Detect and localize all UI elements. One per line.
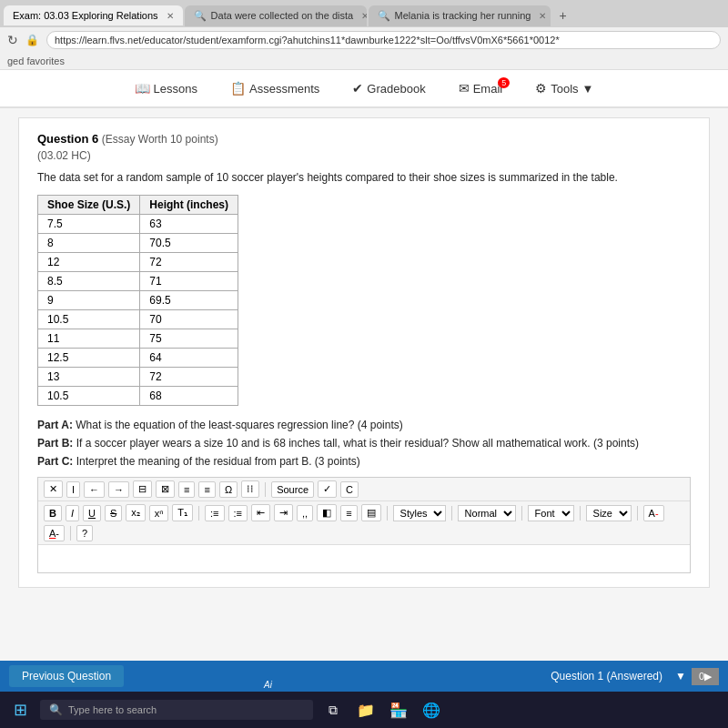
- taskbar-store[interactable]: 🏪: [386, 697, 411, 723]
- table-row: 12.564: [38, 349, 238, 368]
- question-area: Question 6 (Essay Worth 10 points) (03.0…: [18, 117, 710, 588]
- toolbar-btn5[interactable]: ⊟: [133, 480, 152, 498]
- toolbar-italic[interactable]: I: [66, 505, 79, 521]
- cell-height: 64: [140, 349, 238, 368]
- cell-shoe-size: 13: [38, 368, 140, 387]
- toolbar-cut[interactable]: ✕: [44, 480, 63, 498]
- table-row: 969.5: [38, 291, 238, 310]
- toolbar-row1: ✕ I ← → ⊟ ⊠ ≡ ≡ Ω ⁞⁞ Source ✓ C: [38, 478, 690, 501]
- toolbar-t1[interactable]: T₁: [172, 504, 193, 521]
- taskbar-task-view[interactable]: ⧉: [320, 697, 346, 723]
- toolbar-styles-select[interactable]: Styles: [393, 505, 446, 521]
- question-header: Question 6 (Essay Worth 10 points): [37, 132, 691, 146]
- tab-melania[interactable]: 🔍 Melania is tracking her running ✕: [369, 5, 551, 26]
- question-status: Question 1 (Answered) ▼ 0▶: [543, 667, 719, 685]
- toolbar-undo[interactable]: ←: [84, 481, 105, 498]
- cell-height: 68: [140, 387, 238, 406]
- toolbar-help[interactable]: ?: [76, 525, 93, 541]
- windows-start-button[interactable]: ⊞: [7, 697, 33, 723]
- email-badge: 5: [498, 77, 510, 88]
- answer-input-area[interactable]: [38, 545, 690, 572]
- taskbar-file-explorer[interactable]: 📁: [353, 697, 379, 723]
- taskbar-search-box[interactable]: 🔍 Type here to search: [40, 700, 313, 720]
- toolbar-strikethrough[interactable]: S: [105, 505, 122, 521]
- table-row: 10.570: [38, 310, 238, 329]
- toolbar-underline[interactable]: U: [83, 505, 101, 521]
- table-row: 870.5: [38, 234, 238, 253]
- toolbar-size-select[interactable]: Size: [586, 505, 632, 521]
- page-content: 📖 Lessons 📋 Assessments ✔ Gradebook ✉ Em…: [0, 70, 728, 689]
- cell-height: 72: [140, 253, 238, 272]
- toolbar-list1[interactable]: :≡: [205, 505, 224, 521]
- cell-shoe-size: 12: [38, 253, 140, 272]
- favorites-label: ged favorites: [7, 56, 65, 66]
- part-b-text: If a soccer player wears a size 10 and i…: [76, 437, 639, 450]
- toolbar-copy[interactable]: I: [66, 481, 80, 498]
- toolbar-clear[interactable]: C: [340, 481, 359, 498]
- toolbar-superscript[interactable]: xⁿ: [149, 505, 169, 521]
- part-a-label: Part A: What is the equation of the leas…: [37, 419, 691, 431]
- cell-shoe-size: 9: [38, 291, 140, 310]
- toolbar-highlight[interactable]: A-: [44, 525, 65, 541]
- toolbar-omega[interactable]: Ω: [219, 481, 238, 498]
- toolbar-align-center[interactable]: ≡: [340, 505, 357, 521]
- col-header-height: Height (inches): [140, 196, 238, 215]
- address-bar: ↻ 🔒 https://learn.flvs.net/educator/stud…: [0, 27, 728, 53]
- toolbar-redo[interactable]: →: [108, 481, 129, 498]
- toolbar-align-left[interactable]: ◧: [317, 504, 337, 521]
- tab-exam-close[interactable]: ✕: [167, 11, 174, 21]
- toolbar-align-right[interactable]: ▤: [361, 504, 381, 521]
- status-nav-button[interactable]: 0▶: [692, 668, 719, 685]
- toolbar-source[interactable]: Source: [271, 481, 314, 498]
- taskbar-edge-browser[interactable]: 🌐: [419, 697, 444, 723]
- cell-shoe-size: 10.5: [38, 387, 140, 406]
- tab-data[interactable]: 🔍 Data were collected on the dista ✕: [185, 5, 367, 26]
- toolbar-btn7[interactable]: ≡: [178, 481, 195, 498]
- search-icon-tab3: 🔍: [378, 10, 390, 22]
- cell-shoe-size: 10.5: [38, 310, 140, 329]
- tab-data-close[interactable]: ✕: [361, 11, 366, 21]
- tab-melania-close[interactable]: ✕: [539, 11, 546, 21]
- toolbar-subscript[interactable]: x₂: [126, 504, 146, 521]
- nav-assessments[interactable]: 📋 Assessments: [223, 77, 327, 99]
- nav-gradebook[interactable]: ✔ Gradebook: [345, 77, 432, 99]
- table-row: 1372: [38, 368, 238, 387]
- toolbar-indent-dec[interactable]: ⇤: [251, 504, 270, 521]
- gradebook-icon: ✔: [352, 81, 363, 96]
- toolbar-bold[interactable]: B: [44, 505, 62, 521]
- toolbar-font-color[interactable]: A-: [643, 505, 664, 521]
- part-c-bold: Part C:: [37, 455, 73, 468]
- prev-question-button[interactable]: Previous Question: [9, 665, 124, 687]
- toolbar-btn8[interactable]: ≡: [198, 481, 215, 498]
- toolbar-indent-inc[interactable]: ⇥: [274, 504, 293, 521]
- part-a-text: What is the equation of the least-square…: [76, 419, 403, 431]
- nav-lessons[interactable]: 📖 Lessons: [127, 77, 205, 99]
- status-text: Question 1 (Answered): [543, 667, 670, 685]
- new-tab-button[interactable]: +: [552, 4, 574, 27]
- tools-icon: ⚙: [535, 81, 547, 96]
- nav-email[interactable]: ✉ Email 5: [451, 77, 511, 99]
- tools-chevron-icon: ▼: [582, 82, 594, 96]
- toolbar-grid[interactable]: ⁞⁞: [241, 480, 259, 498]
- question-code: (03.02 HC): [37, 149, 691, 162]
- tab-exam[interactable]: Exam: 03.03 Exploring Relations ✕: [4, 5, 183, 25]
- lessons-icon: 📖: [135, 81, 150, 96]
- nav-tools[interactable]: ⚙ Tools ▼: [528, 77, 601, 99]
- cell-shoe-size: 11: [38, 329, 140, 349]
- status-chevron-icon: ▼: [675, 670, 686, 682]
- bottom-bar: Previous Question Question 1 (Answered) …: [0, 661, 728, 692]
- part-b-label: Part B: If a soccer player wears a size …: [37, 437, 691, 450]
- tab-bar: Exam: 03.03 Exploring Relations ✕ 🔍 Data…: [0, 0, 728, 27]
- table-row: 8.571: [38, 272, 238, 291]
- toolbar-btn6[interactable]: ⊠: [156, 480, 175, 498]
- toolbar-check[interactable]: ✓: [318, 480, 337, 498]
- part-a-bold: Part A:: [37, 419, 73, 431]
- toolbar-font-select[interactable]: Font: [528, 505, 574, 521]
- toolbar-quote[interactable]: ,,: [297, 505, 313, 521]
- toolbar-normal-select[interactable]: Normal: [458, 505, 516, 521]
- refresh-button[interactable]: ↻: [7, 33, 18, 47]
- address-input[interactable]: https://learn.flvs.net/educator/student/…: [46, 31, 721, 49]
- toolbar-list2[interactable]: :≡: [228, 505, 248, 521]
- question-text: The data set for a random sample of 10 s…: [37, 171, 691, 184]
- toolbar-sep1: [265, 482, 266, 497]
